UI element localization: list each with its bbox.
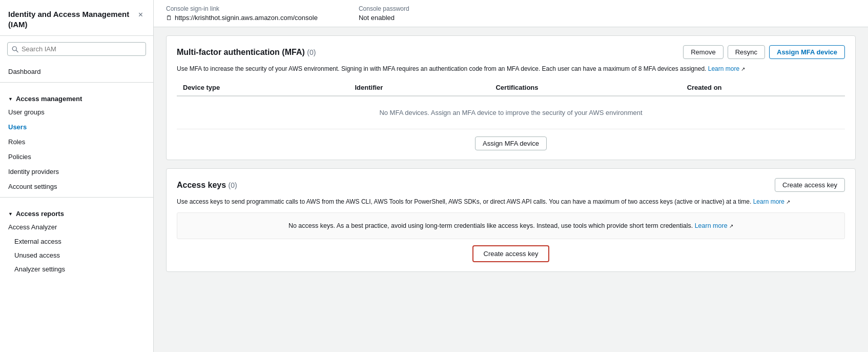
remove-mfa-button[interactable]: Remove — [683, 45, 723, 59]
external-link-icon: ↗ — [741, 66, 745, 72]
sidebar-item-identity-providers[interactable]: Identity providers — [0, 164, 153, 179]
sidebar-item-user-groups[interactable]: User groups — [0, 105, 153, 120]
external-link-icon-2: ↗ — [786, 199, 790, 205]
access-keys-learn-more-link[interactable]: Learn more — [753, 198, 784, 205]
sidebar-item-analyzer-settings[interactable]: Analyzer settings — [0, 262, 153, 276]
sidebar-item-unused-access[interactable]: Unused access — [0, 248, 153, 262]
sidebar-item-users[interactable]: Users — [0, 120, 153, 134]
access-keys-empty-box: No access keys. As a best practice, avoi… — [177, 212, 845, 239]
resync-button[interactable]: Resync — [728, 45, 765, 59]
mfa-card: Multi-factor authentication (MFA) (0) Re… — [166, 35, 856, 160]
copy-icon: 🗒 — [166, 14, 172, 22]
sidebar-item-dashboard[interactable]: Dashboard — [0, 64, 153, 79]
create-access-key-button-center[interactable]: Create access key — [472, 245, 550, 262]
mfa-button-group: Remove Resync Assign MFA device — [683, 45, 845, 59]
mfa-description: Use MFA to increase the security of your… — [177, 64, 845, 73]
sidebar-header: Identity and Access Management (IAM) × — [0, 0, 153, 36]
signin-link-value: 🗒 https://krishthot.signin.aws.amazon.co… — [166, 14, 318, 22]
signin-link-label: Console sign-in link — [166, 5, 318, 12]
sidebar-item-roles[interactable]: Roles — [0, 134, 153, 149]
signin-bar: Console sign-in link 🗒 https://krishthot… — [154, 0, 868, 27]
console-password-section: Console password Not enabled — [359, 5, 409, 22]
nav-dashboard-section: Dashboard — [0, 62, 153, 88]
mfa-table: Device type Identifier Certifications Cr… — [177, 80, 845, 129]
mfa-table-body: No MFA devices. Assign an MFA device to … — [177, 96, 845, 129]
sidebar-item-access-analyzer[interactable]: Access Analyzer — [0, 220, 153, 234]
mfa-empty-row: No MFA devices. Assign an MFA device to … — [177, 96, 845, 129]
mfa-empty-message: No MFA devices. Assign an MFA device to … — [177, 96, 845, 129]
signin-link-section: Console sign-in link 🗒 https://krishthot… — [166, 5, 318, 22]
search-icon — [12, 46, 18, 53]
password-label: Console password — [359, 5, 409, 12]
assign-mfa-center: Assign MFA device — [177, 136, 845, 150]
external-link-icon-3: ↗ — [729, 223, 733, 229]
close-button[interactable]: × — [136, 9, 145, 21]
access-keys-empty-learn-more[interactable]: Learn more — [695, 222, 728, 229]
main-content: Console sign-in link 🗒 https://krishthot… — [154, 0, 868, 352]
divider — [0, 82, 153, 83]
mfa-card-header: Multi-factor authentication (MFA) (0) Re… — [177, 45, 845, 59]
assign-mfa-device-button-top[interactable]: Assign MFA device — [769, 45, 845, 59]
access-keys-description: Use access keys to send programmatic cal… — [177, 197, 845, 206]
sidebar-item-external-access[interactable]: External access — [0, 234, 153, 248]
expand-icon-2: ▼ — [8, 211, 13, 217]
access-keys-title: Access keys (0) — [177, 181, 237, 190]
sidebar: Identity and Access Management (IAM) × D… — [0, 0, 154, 352]
mfa-col-certifications: Certifications — [489, 80, 680, 96]
sidebar-item-policies[interactable]: Policies — [0, 149, 153, 164]
mfa-learn-more-link[interactable]: Learn more — [708, 65, 739, 72]
search-box — [7, 42, 146, 56]
access-keys-card: Access keys (0) Create access key Use ac… — [166, 168, 856, 272]
expand-icon: ▼ — [8, 96, 13, 102]
access-management-header: ▼ Access management — [0, 90, 153, 105]
sidebar-title: Identity and Access Management (IAM) — [8, 9, 136, 29]
mfa-col-created-on: Created on — [681, 80, 845, 96]
divider-2 — [0, 197, 153, 198]
access-keys-header: Access keys (0) Create access key — [177, 178, 845, 192]
mfa-table-head: Device type Identifier Certifications Cr… — [177, 80, 845, 96]
create-access-key-button-top[interactable]: Create access key — [775, 178, 845, 192]
mfa-title: Multi-factor authentication (MFA) (0) — [177, 48, 316, 57]
create-key-center: Create access key — [177, 245, 845, 262]
assign-mfa-device-button-center[interactable]: Assign MFA device — [475, 136, 547, 150]
search-input[interactable] — [22, 45, 141, 53]
mfa-col-device-type: Device type — [177, 80, 348, 96]
password-value: Not enabled — [359, 14, 409, 22]
access-management-section: ▼ Access management User groups Users Ro… — [0, 88, 153, 203]
sidebar-item-account-settings[interactable]: Account settings — [0, 179, 153, 194]
mfa-col-identifier: Identifier — [348, 80, 489, 96]
access-reports-section: ▼ Access reports Access Analyzer Externa… — [0, 203, 153, 278]
svg-line-1 — [16, 50, 18, 52]
access-reports-header: ▼ Access reports — [0, 205, 153, 220]
